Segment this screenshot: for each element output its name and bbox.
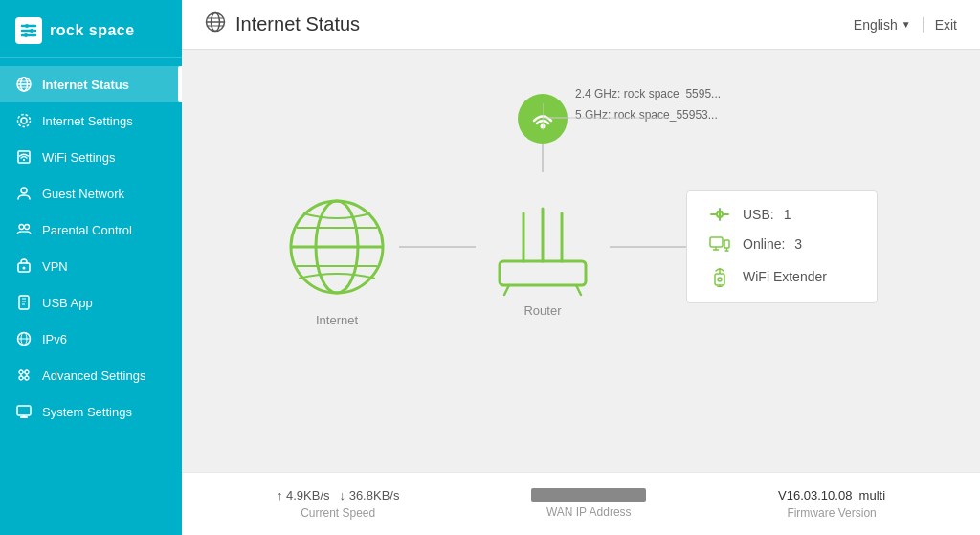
sidebar-item-internet-status[interactable]: Internet Status	[0, 66, 182, 102]
wifi-vertical-line	[542, 144, 544, 172]
svg-point-12	[21, 188, 27, 193]
internet-label: Internet	[316, 313, 358, 327]
svg-point-9	[18, 115, 31, 127]
speed-values: ↑ 4.9KB/s ↓ 36.8KB/s	[277, 488, 400, 502]
svg-point-1	[30, 29, 33, 33]
online-label: Online:	[743, 236, 785, 252]
bottom-stats: ↑ 4.9KB/s ↓ 36.8KB/s Current Speed WAN I…	[182, 472, 980, 535]
sidebar-item-label: IPv6	[42, 332, 67, 346]
network-diagram: Internet 2.4 GHz: rock space_5595... 5 G…	[211, 69, 951, 453]
exit-button[interactable]: Exit	[935, 17, 957, 33]
sidebar-item-label: Advanced Settings	[42, 368, 145, 383]
svg-point-27	[25, 376, 29, 380]
extender-status-row: WiFi Extender	[706, 266, 858, 287]
vpn-nav-icon	[15, 257, 33, 275]
sidebar-item-ipv6[interactable]: IPv6	[0, 321, 182, 357]
internet-router-connector	[399, 246, 476, 248]
svg-point-11	[23, 159, 25, 161]
brand-name: rock space	[50, 22, 135, 39]
firmware-stat: V16.03.10.08_multi Firmware Version	[778, 488, 885, 520]
svg-point-25	[25, 370, 29, 374]
internet-node: Internet	[284, 194, 390, 327]
speed-down-value: ↓ 36.8KB/s	[340, 488, 400, 502]
online-status-row: Online: 3	[706, 235, 858, 253]
extender-label: WiFi Extender	[743, 269, 827, 284]
online-icon	[706, 235, 733, 253]
svg-rect-32	[17, 406, 31, 415]
advanced-nav-icon	[15, 367, 33, 384]
sidebar-item-internet-settings[interactable]: Internet Settings	[0, 102, 182, 139]
sidebar-item-label: WiFi Settings	[42, 150, 116, 165]
router-icon	[485, 204, 600, 300]
firmware-value: V16.03.10.08_multi	[778, 488, 885, 502]
usb-nav-icon	[15, 294, 33, 311]
sidebar-item-label: Guest Network	[42, 187, 124, 201]
sidebar-item-advanced-settings[interactable]: Advanced Settings	[0, 357, 182, 393]
language-selector[interactable]: English ▼	[854, 17, 911, 33]
wan-label: WAN IP Address	[546, 505, 632, 519]
page-title-area: Internet Status	[205, 11, 360, 37]
main-content: Internet Status English ▼ Exit	[182, 0, 980, 535]
system-nav-icon	[15, 403, 33, 420]
svg-point-13	[19, 225, 24, 230]
globe-nav-icon	[15, 76, 33, 93]
sidebar-item-vpn[interactable]: VPN	[0, 248, 182, 284]
router-label: Router	[523, 303, 561, 318]
speed-label: Current Speed	[301, 506, 375, 520]
sidebar-item-system-settings[interactable]: System Settings	[0, 393, 182, 430]
wifi-connector-lines	[543, 103, 667, 132]
chevron-down-icon: ▼	[902, 19, 911, 30]
speed-up-value: ↑ 4.9KB/s	[277, 488, 330, 502]
svg-point-26	[19, 376, 23, 380]
wan-ip-value	[531, 488, 646, 502]
topbar: Internet Status English ▼ Exit	[182, 0, 980, 50]
brand-icon	[15, 17, 42, 44]
sidebar-item-label: System Settings	[42, 405, 132, 419]
sidebar-item-label: USB App	[42, 296, 93, 310]
speed-stat: ↑ 4.9KB/s ↓ 36.8KB/s Current Speed	[277, 488, 400, 520]
online-value: 3	[794, 236, 802, 252]
ipv6-nav-icon	[15, 330, 33, 347]
usb-label: USB:	[743, 207, 774, 222]
svg-rect-59	[724, 240, 729, 248]
svg-point-2	[24, 33, 28, 37]
svg-point-0	[25, 24, 29, 28]
sidebar-item-label: Internet Settings	[42, 114, 133, 128]
svg-point-24	[19, 370, 23, 374]
sidebar: rock space Internet Status	[0, 0, 182, 535]
svg-rect-52	[500, 261, 586, 285]
svg-rect-62	[715, 274, 724, 285]
svg-point-64	[718, 278, 722, 281]
usb-value: 1	[784, 207, 791, 222]
sidebar-item-parental-control[interactable]: Parental Control	[0, 212, 182, 248]
usb-icon	[706, 207, 733, 222]
sidebar-item-usb-app[interactable]: USB App	[0, 284, 182, 321]
sidebar-item-guest-network[interactable]: Guest Network	[0, 175, 182, 212]
sidebar-nav: Internet Status Internet Settings WiFi	[0, 58, 182, 437]
sidebar-item-label: Parental Control	[42, 223, 132, 237]
status-box: USB: 1 Online:	[686, 190, 878, 303]
sidebar-item-label: Internet Status	[42, 78, 129, 92]
svg-point-8	[21, 118, 27, 123]
svg-rect-17	[19, 296, 29, 309]
wifi-nav-icon	[15, 148, 33, 166]
language-label: English	[854, 17, 898, 33]
router-status-connector	[610, 246, 686, 248]
parental-nav-icon	[15, 221, 33, 238]
wan-stat: WAN IP Address	[531, 488, 646, 520]
sidebar-item-label: VPN	[42, 259, 68, 274]
wifi-bubble: 2.4 GHz: rock space_5595... 5 GHz: rock …	[518, 94, 568, 172]
sidebar-item-wifi-settings[interactable]: WiFi Settings	[0, 139, 182, 175]
guest-nav-icon	[15, 185, 33, 202]
wifi-24-label: 2.4 GHz: rock space_5595...	[575, 84, 721, 105]
router-node: 2.4 GHz: rock space_5595... 5 GHz: rock …	[485, 204, 600, 318]
topbar-right: English ▼ Exit	[854, 17, 957, 33]
firmware-label: Firmware Version	[787, 506, 876, 520]
settings-nav-icon	[15, 112, 33, 129]
page-title: Internet Status	[235, 13, 360, 35]
svg-rect-56	[710, 237, 723, 247]
svg-point-14	[25, 225, 30, 230]
usb-status-row: USB: 1	[706, 207, 858, 222]
globe-icon	[284, 194, 390, 300]
globe-title-icon	[205, 11, 226, 37]
